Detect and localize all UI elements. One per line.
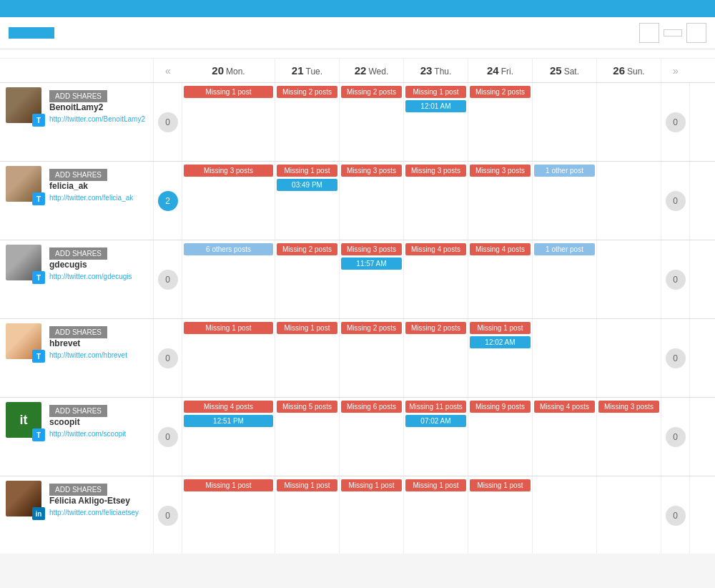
missing-badge[interactable]: Missing 2 posts	[341, 322, 402, 334]
twitter-icon: T	[32, 428, 45, 441]
user-details: ADD SHARES BenoitLamy2 http://twitter.co…	[49, 87, 147, 124]
user-row: it T ADD SHARES scoopit http://twitter.c…	[0, 398, 715, 476]
user-cell: T ADD SHARES gdecugis http://twitter.com…	[0, 240, 154, 318]
missing-badge[interactable]: Missing 2 posts	[470, 86, 531, 98]
user-url[interactable]: http://twitter.com/feliciaetsey	[49, 509, 139, 516]
other-badge[interactable]: 1 other post	[534, 243, 595, 255]
add-shares-button[interactable]: ADD SHARES	[49, 169, 107, 181]
user-details: ADD SHARES Félicia Akligo-Etsey http://t…	[49, 481, 147, 517]
missing-badge[interactable]: Missing 1 post	[184, 479, 273, 491]
scheduled-badge: 11:57 AM	[341, 258, 402, 270]
missing-badge[interactable]: Missing 1 post	[277, 479, 337, 491]
left-count: 2	[158, 191, 178, 211]
day-cell-4: Missing 1 post	[468, 476, 533, 554]
missing-badge[interactable]: Missing 1 post	[277, 165, 337, 177]
missing-badge[interactable]: Missing 3 posts	[598, 401, 659, 413]
left-count-cell: 0	[154, 83, 182, 161]
prev-button[interactable]	[639, 23, 659, 43]
missing-badge[interactable]: Missing 1 post	[470, 322, 531, 334]
user-info: T ADD SHARES BenoitLamy2 http://twitter.…	[6, 87, 147, 127]
day-cell-5: Missing 4 posts	[533, 398, 597, 476]
twitter-icon: T	[32, 271, 45, 284]
day-cell-5	[533, 319, 597, 397]
add-shares-button[interactable]: ADD SHARES	[49, 90, 107, 102]
avatar-wrap: in	[6, 481, 45, 520]
other-badge[interactable]: 1 other post	[534, 165, 595, 177]
add-shares-button[interactable]: ADD SHARES	[49, 484, 107, 496]
missing-badge[interactable]: Missing 3 posts	[341, 243, 402, 255]
missing-badge[interactable]: Missing 2 posts	[341, 86, 402, 98]
day-cell-6	[597, 476, 661, 554]
day-cell-3: Missing 11 posts07:02 AM	[404, 398, 468, 476]
day-cell-2: Missing 2 posts	[340, 83, 404, 161]
today-button[interactable]	[664, 29, 682, 36]
day-cell-5	[533, 83, 597, 161]
user-url[interactable]: http://twitter.com/BenoitLamy2	[49, 115, 145, 123]
missing-badge[interactable]: Missing 1 post	[405, 86, 466, 98]
header-day-21: 21Tue.	[275, 59, 340, 82]
day-cell-6: Missing 3 posts	[597, 398, 661, 476]
header-prev-nav[interactable]: «	[154, 59, 182, 82]
missing-badge[interactable]: Missing 1 post	[184, 86, 273, 98]
avatar-wrap: T	[6, 87, 45, 127]
missing-badge[interactable]: Missing 11 posts	[405, 401, 466, 413]
missing-badge[interactable]: Missing 2 posts	[277, 86, 337, 98]
user-url[interactable]: http://twitter.com/felicia_ak	[49, 194, 133, 202]
save-button[interactable]	[9, 27, 54, 39]
missing-badge[interactable]: Missing 9 posts	[470, 401, 531, 413]
left-count-cell: 0	[154, 240, 182, 318]
day-cell-2: Missing 3 posts	[340, 162, 404, 240]
header-day-24: 24Fri.	[468, 59, 533, 82]
missing-badge[interactable]: Missing 5 posts	[277, 401, 337, 413]
avatar-wrap: T	[6, 166, 45, 205]
user-info: T ADD SHARES felicia_ak http://twitter.c…	[6, 166, 147, 205]
user-url[interactable]: http://twitter.com/scoopit	[49, 430, 126, 438]
scheduled-badge: 12:02 AM	[470, 336, 531, 348]
missing-badge[interactable]: Missing 6 posts	[341, 401, 402, 413]
nav-controls	[629, 23, 706, 43]
missing-badge[interactable]: Missing 1 post	[184, 322, 273, 334]
missing-badge[interactable]: Missing 4 posts	[184, 401, 273, 413]
missing-badge[interactable]: Missing 1 post	[341, 479, 402, 491]
toolbar	[0, 17, 715, 49]
day-cell-5: 1 other post	[533, 240, 597, 318]
missing-badge[interactable]: Missing 3 posts	[405, 165, 466, 177]
next-button[interactable]	[686, 23, 706, 43]
user-info: T ADD SHARES hbrevet http://twitter.com/…	[6, 323, 147, 363]
user-url[interactable]: http://twitter.com/hbrevet	[49, 351, 127, 359]
add-shares-button[interactable]: ADD SHARES	[49, 326, 107, 338]
header-day-23: 23Thu.	[404, 59, 468, 82]
day-cell-2: Missing 3 posts11:57 AM	[340, 240, 404, 318]
missing-badge[interactable]: Missing 1 post	[470, 479, 531, 491]
twitter-icon: T	[32, 350, 45, 363]
header-next-nav[interactable]: »	[661, 59, 690, 82]
missing-badge[interactable]: Missing 1 post	[405, 479, 466, 491]
right-count-cell: 0	[661, 162, 690, 240]
modal-header	[0, 0, 715, 17]
missing-badge[interactable]: Missing 3 posts	[470, 165, 531, 177]
twitter-icon: T	[32, 114, 45, 127]
missing-badge[interactable]: Missing 4 posts	[470, 243, 531, 255]
missing-badge[interactable]: Missing 3 posts	[184, 165, 273, 177]
linkedin-icon: in	[32, 507, 45, 520]
day-cell-1: Missing 2 posts	[275, 240, 340, 318]
other-badge[interactable]: 6 others posts	[184, 243, 273, 255]
missing-badge[interactable]: Missing 2 posts	[405, 322, 466, 334]
missing-badge[interactable]: Missing 4 posts	[405, 243, 466, 255]
user-name: felicia_ak	[49, 181, 147, 191]
user-cell: T ADD SHARES hbrevet http://twitter.com/…	[0, 319, 154, 397]
add-shares-button[interactable]: ADD SHARES	[49, 248, 107, 260]
user-info: it T ADD SHARES scoopit http://twitter.c…	[6, 402, 147, 441]
missing-badge[interactable]: Missing 2 posts	[277, 243, 337, 255]
user-details: ADD SHARES hbrevet http://twitter.com/hb…	[49, 323, 147, 360]
scheduled-badge: 03:49 PM	[277, 179, 337, 191]
left-count-cell: 0	[154, 476, 182, 554]
right-count: 0	[666, 270, 686, 290]
add-shares-button[interactable]: ADD SHARES	[49, 405, 107, 417]
missing-badge[interactable]: Missing 4 posts	[534, 401, 595, 413]
avatar-wrap: T	[6, 245, 45, 284]
day-cell-6	[597, 162, 661, 240]
missing-badge[interactable]: Missing 3 posts	[341, 165, 402, 177]
missing-badge[interactable]: Missing 1 post	[277, 322, 337, 334]
user-url[interactable]: http://twitter.com/gdecugis	[49, 273, 132, 280]
